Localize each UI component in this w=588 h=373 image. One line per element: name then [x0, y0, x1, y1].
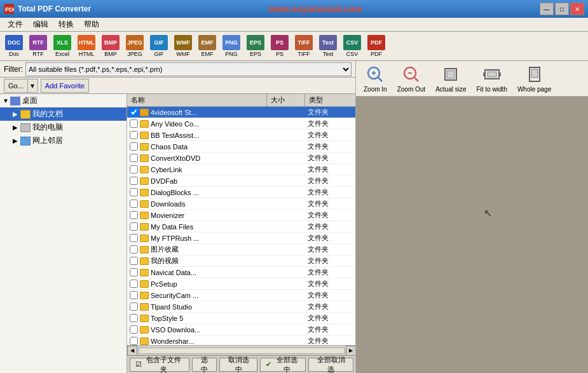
format-bmp-button[interactable]: BMP BMP [99, 34, 122, 59]
format-excel-button[interactable]: XLS Excel [51, 34, 74, 59]
format-csv-button[interactable]: CSV CSV [341, 34, 364, 59]
file-checkbox[interactable] [127, 177, 140, 185]
menu-bar: 文件 编辑 转换 帮助 [0, 18, 588, 32]
format-tiff-button[interactable]: TIFF TIFF [292, 34, 315, 59]
go-dropdown[interactable]: ▾ [28, 79, 38, 93]
actual-size-button[interactable]: Actual size [433, 63, 468, 94]
format-pdf-button[interactable]: PDF PDF [365, 34, 388, 59]
svg-line-5 [378, 78, 382, 81]
folder-icon [140, 189, 149, 196]
file-checkbox[interactable] [127, 188, 140, 196]
format-png-button[interactable]: PNG PNG [220, 34, 243, 59]
file-row[interactable]: Navicat Data... 文件夹 [127, 267, 355, 278]
file-checkbox[interactable] [127, 280, 140, 288]
h-scroll-right[interactable]: ▶ [346, 346, 355, 356]
file-checkbox[interactable] [127, 325, 140, 334]
format-text-button[interactable]: Text Text [317, 34, 339, 59]
deselect-button[interactable]: 取消选中 [219, 358, 257, 372]
tree-item-desktop[interactable]: ▼ 桌面 [0, 94, 126, 107]
add-favorite-link[interactable]: Add Favorite [41, 79, 89, 93]
file-checkbox[interactable] [127, 131, 140, 139]
tree-item-network[interactable]: ▶ 网上邻居 [0, 134, 126, 147]
format-doc-button[interactable]: DOC Doc [3, 34, 25, 59]
menu-edit[interactable]: 编辑 [28, 18, 53, 31]
deselect-all-button[interactable]: 全部取消选 [308, 358, 353, 372]
tree-item-my-documents[interactable]: ▶ 我的文档 [0, 107, 126, 121]
file-row[interactable]: My Data Files 文件夹 [127, 221, 355, 233]
col-header-size[interactable]: 大小 [267, 94, 305, 106]
file-checkbox[interactable] [127, 154, 140, 162]
file-row[interactable]: 我的视频 文件夹 [127, 255, 355, 267]
h-scroll-left[interactable]: ◀ [127, 346, 137, 356]
file-row[interactable]: BB TestAssist... 文件夹 [127, 130, 355, 141]
horizontal-scrollbar[interactable]: ◀ ▶ [127, 345, 355, 355]
folder-icon [140, 246, 149, 254]
file-checkbox[interactable] [127, 108, 140, 116]
whole-page-button[interactable]: Whole page [515, 63, 554, 94]
format-gif-button[interactable]: GIF GIF [147, 34, 170, 59]
file-row[interactable]: DVDFab 文件夹 [127, 175, 355, 187]
file-checkbox[interactable] [127, 165, 140, 173]
png-label: PNG [225, 51, 238, 57]
file-name: ConvertXtoDVD [140, 154, 267, 162]
menu-convert[interactable]: 转换 [53, 18, 79, 31]
file-checkbox[interactable] [127, 302, 140, 311]
file-checkbox[interactable] [127, 245, 140, 254]
include-subfolders-button[interactable]: ☑ 包含子文件夹 [130, 358, 189, 372]
my-computer-icon [20, 123, 31, 132]
format-ps-button[interactable]: PS PS [268, 34, 291, 59]
html-label: HTML [79, 51, 95, 57]
file-row[interactable]: ConvertXtoDVD 文件夹 [127, 153, 355, 164]
file-row[interactable]: Any Video Co... 文件夹 [127, 118, 355, 130]
h-scroll-track[interactable] [139, 348, 345, 354]
menu-help[interactable]: 帮助 [79, 18, 104, 31]
format-emf-button[interactable]: EMF EMF [196, 34, 219, 59]
file-row[interactable]: 4videosoft St... 文件夹 [127, 107, 355, 118]
file-row[interactable]: PcSetup 文件夹 [127, 278, 355, 290]
file-row[interactable]: CyberLink 文件夹 [127, 164, 355, 175]
format-eps-button[interactable]: EPS EPS [244, 34, 267, 59]
file-row[interactable]: DialogBlocks ... 文件夹 [127, 187, 355, 198]
file-checkbox[interactable] [127, 257, 140, 265]
file-checkbox[interactable] [127, 142, 140, 151]
maximize-button[interactable]: □ [555, 3, 569, 15]
close-button[interactable]: ✕ [570, 3, 584, 15]
file-checkbox[interactable] [127, 200, 140, 208]
menu-file[interactable]: 文件 [3, 18, 28, 31]
select-button[interactable]: 选中 [192, 358, 217, 372]
format-jpeg-button[interactable]: JPEG JPEG [123, 34, 146, 59]
file-checkbox[interactable] [127, 268, 140, 276]
file-row[interactable]: Wondershar... 文件夹 [127, 336, 355, 345]
file-checkbox[interactable] [127, 119, 140, 128]
minimize-button[interactable]: — [540, 3, 554, 15]
filter-select[interactable]: All suitable files (*.pdf,*.ps,*.eps,*.e… [25, 62, 352, 76]
format-html-button[interactable]: HTML HTML [75, 34, 98, 59]
go-button[interactable]: Go... [4, 79, 28, 93]
file-checkbox[interactable] [127, 234, 140, 242]
zoom-in-button[interactable]: Zoom In [361, 63, 390, 94]
file-checkbox[interactable] [127, 211, 140, 219]
file-row[interactable]: VSO Downloa... 文件夹 [127, 324, 355, 336]
col-header-type[interactable]: 类型 [305, 94, 355, 106]
select-all-button[interactable]: ✔ 全部选中 [260, 358, 306, 372]
file-row[interactable]: Tipard Studio 文件夹 [127, 301, 355, 313]
folder-icon [140, 337, 149, 345]
file-checkbox[interactable] [127, 337, 140, 345]
file-row[interactable]: Chaos Data 文件夹 [127, 141, 355, 153]
file-row[interactable]: TopStyle 5 文件夹 [127, 313, 355, 324]
fit-to-width-button[interactable]: Fit to width [474, 63, 510, 94]
file-row[interactable]: SecurityCam ... 文件夹 [127, 290, 355, 301]
tree-item-my-computer[interactable]: ▶ 我的电脑 [0, 121, 126, 134]
zoom-out-button[interactable]: Zoom Out [395, 63, 428, 94]
col-header-name[interactable]: 名称 [127, 94, 267, 106]
file-name: CyberLink [140, 166, 267, 173]
file-checkbox[interactable] [127, 291, 140, 299]
file-row[interactable]: 图片收藏 文件夹 [127, 244, 355, 255]
file-row[interactable]: Movienizer 文件夹 [127, 210, 355, 221]
file-checkbox[interactable] [127, 314, 140, 322]
format-rtf-button[interactable]: RTF RTF [27, 34, 50, 59]
file-row[interactable]: Downloads 文件夹 [127, 198, 355, 210]
file-row[interactable]: My FTPRush ... 文件夹 [127, 233, 355, 244]
format-wmf-button[interactable]: WMF WMF [172, 34, 195, 59]
file-checkbox[interactable] [127, 222, 140, 231]
